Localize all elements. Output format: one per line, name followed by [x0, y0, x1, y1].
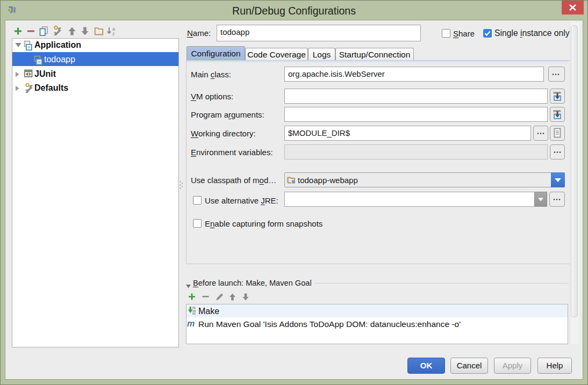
svg-text:z: z	[112, 31, 115, 37]
svg-text:01: 01	[192, 312, 196, 315]
svg-text:a: a	[112, 26, 115, 32]
